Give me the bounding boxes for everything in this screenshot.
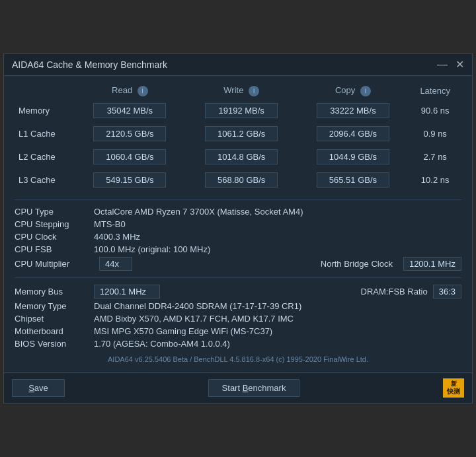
row-write-0: 19192 MB/s (186, 100, 298, 121)
table-row: L1 Cache 2120.5 GB/s 1061.2 GB/s 2096.4 … (15, 123, 461, 144)
col-label-empty (15, 83, 74, 100)
chipset-row: Chipset AMD Bixby X570, AMD K17.7 FCH, A… (15, 312, 461, 325)
cpu-fsb-row: CPU FSB 100.0 MHz (original: 100 MHz) (15, 243, 461, 256)
row-read-2: 1060.4 GB/s (74, 147, 186, 167)
cpu-stepping-value: MTS-B0 (94, 219, 126, 229)
row-read-1: 2120.5 GB/s (74, 123, 186, 144)
row-copy-2: 1044.9 GB/s (298, 147, 409, 167)
spacer-row (15, 190, 461, 193)
save-button[interactable]: Save (12, 379, 65, 397)
row-copy-0: 33222 MB/s (298, 100, 409, 121)
row-write-2: 1014.8 GB/s (186, 147, 298, 167)
read-info-icon[interactable]: i (138, 86, 148, 96)
row-write-1: 1061.2 GB/s (186, 123, 298, 144)
cpu-clock-label: CPU Clock (15, 232, 94, 242)
row-label-3: L3 Cache (15, 170, 74, 190)
chipset-value: AMD Bixby X570, AMD K17.7 FCH, AMD K17.7… (94, 314, 294, 324)
mem-bus-label: Memory Bus (15, 287, 94, 297)
row-copy-1: 2096.4 GB/s (298, 123, 409, 144)
table-row: L2 Cache 1060.4 GB/s 1014.8 GB/s 1044.9 … (15, 147, 461, 167)
benchmark-button[interactable]: Start Benchmark (208, 379, 300, 397)
col-header-write: Write i (186, 83, 298, 100)
brand-line2: 快测 (447, 388, 460, 395)
row-label-1: L1 Cache (15, 123, 74, 144)
mem-type-value: Dual Channel DDR4-2400 SDRAM (17-17-17-3… (94, 301, 301, 311)
cpu-mult-value: 44x (99, 257, 132, 271)
cpu-stepping-label: CPU Stepping (15, 219, 94, 229)
bios-value: 1.70 (AGESA: Combo-AM4 1.0.0.4) (94, 339, 230, 349)
window-title: AIDA64 Cache & Memory Benchmark (12, 59, 167, 70)
row-read-3: 549.15 GB/s (74, 170, 186, 190)
table-row: Memory 35042 MB/s 19192 MB/s 33222 MB/s … (15, 100, 461, 121)
cpu-clock-row: CPU Clock 4400.3 MHz (15, 230, 461, 243)
motherboard-value: MSI MPG X570 Gaming Edge WiFi (MS-7C37) (94, 326, 272, 336)
divider-2 (15, 277, 461, 278)
dram-fsb-label: DRAM:FSB Ratio (361, 287, 428, 297)
bios-label: BIOS Version (15, 339, 94, 349)
row-latency-3: 10.2 ns (409, 170, 461, 190)
bios-row: BIOS Version 1.70 (AGESA: Combo-AM4 1.0.… (15, 337, 461, 350)
main-window: AIDA64 Cache & Memory Benchmark — ✕ Read… (3, 53, 473, 403)
row-label-2: L2 Cache (15, 147, 74, 167)
row-copy-3: 565.51 GB/s (298, 170, 409, 190)
mem-type-label: Memory Type (15, 301, 94, 311)
minimize-button[interactable]: — (437, 59, 448, 70)
row-read-0: 35042 MB/s (74, 100, 186, 121)
mem-bus-value: 1200.1 MHz (94, 285, 160, 299)
cpu-type-label: CPU Type (15, 207, 94, 217)
mem-bus-row: Memory Bus 1200.1 MHz DRAM:FSB Ratio 36:… (15, 283, 461, 300)
cpu-clock-value: 4400.3 MHz (94, 232, 140, 242)
write-info-icon[interactable]: i (249, 86, 259, 96)
dram-fsb-value: 36:3 (433, 285, 461, 299)
divider-1 (15, 199, 461, 200)
title-bar: AIDA64 Cache & Memory Benchmark — ✕ (4, 54, 472, 76)
bottom-bar: Save Start Benchmark 新 快测 (4, 372, 472, 403)
row-latency-0: 90.6 ns (409, 100, 461, 121)
cpu-type-value: OctalCore AMD Ryzen 7 3700X (Matisse, So… (94, 207, 303, 217)
motherboard-label: Motherboard (15, 326, 94, 336)
cpu-mult-label: CPU Multiplier (15, 259, 94, 269)
nb-clock-value: 1200.1 MHz (403, 257, 461, 271)
benchmark-table: Read i Write i Copy i Latency Memory (15, 83, 461, 193)
cpu-stepping-row: CPU Stepping MTS-B0 (15, 218, 461, 230)
nb-clock-label: North Bridge Clock (321, 259, 393, 269)
chipset-label: Chipset (15, 314, 94, 324)
row-write-3: 568.80 GB/s (186, 170, 298, 190)
title-controls: — ✕ (437, 59, 464, 70)
main-content: Read i Write i Copy i Latency Memory (4, 76, 472, 372)
copy-info-icon[interactable]: i (360, 86, 371, 96)
footer-text: AIDA64 v6.25.5406 Beta / BenchDLL 4.5.81… (15, 350, 461, 366)
row-latency-1: 0.9 ns (409, 123, 461, 144)
cpu-mult-row: CPU Multiplier 44x North Bridge Clock 12… (15, 256, 461, 272)
close-button[interactable]: ✕ (456, 59, 464, 70)
motherboard-row: Motherboard MSI MPG X570 Gaming Edge WiF… (15, 325, 461, 337)
col-header-copy: Copy i (298, 83, 409, 100)
table-row: L3 Cache 549.15 GB/s 568.80 GB/s 565.51 … (15, 170, 461, 190)
cpu-type-row: CPU Type OctalCore AMD Ryzen 7 3700X (Ma… (15, 205, 461, 218)
col-header-latency: Latency (409, 83, 461, 100)
cpu-fsb-label: CPU FSB (15, 244, 94, 254)
cpu-fsb-value: 100.0 MHz (original: 100 MHz) (94, 244, 210, 254)
row-label-0: Memory (15, 100, 74, 121)
brand-badge: 新 快测 (443, 378, 464, 398)
brand-line1: 新 (451, 381, 457, 388)
row-latency-2: 2.7 ns (409, 147, 461, 167)
sysinfo-section: CPU Type OctalCore AMD Ryzen 7 3700X (Ma… (15, 205, 461, 350)
mem-type-row: Memory Type Dual Channel DDR4-2400 SDRAM… (15, 300, 461, 312)
col-header-read: Read i (74, 83, 186, 100)
